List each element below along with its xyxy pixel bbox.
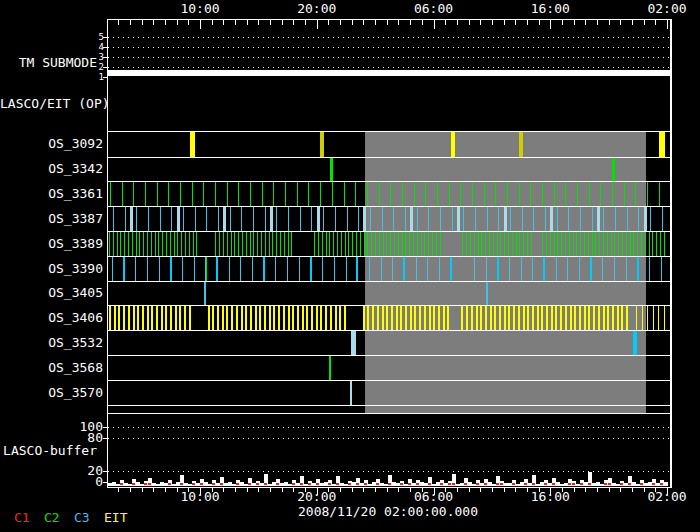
buffer-red-dot <box>192 483 195 485</box>
row-boundary <box>107 281 672 282</box>
event-mark-os-3389 <box>329 232 330 256</box>
time-tick-top <box>118 20 119 25</box>
event-mark-os-3406 <box>499 306 501 330</box>
buffer-red-dot <box>448 483 451 485</box>
buffer-red-dot <box>568 483 571 485</box>
legend-item-eit: EIT <box>104 511 127 525</box>
event-mark-os-3361 <box>157 182 158 206</box>
event-mark-os-3389 <box>196 232 197 256</box>
event-mark-os-3406 <box>438 306 440 330</box>
event-mark-os-3361 <box>390 182 391 206</box>
event-mark-os-3361 <box>402 182 403 206</box>
time-tick-top <box>562 20 563 25</box>
event-mark-os-3361 <box>624 182 625 206</box>
event-mark-os-3406 <box>621 306 623 330</box>
event-mark-os-3387 <box>568 207 569 231</box>
event-mark-os-3406 <box>391 306 393 330</box>
event-mark-os-3406 <box>419 306 421 330</box>
event-mark-os-3389 <box>580 232 581 256</box>
event-mark-os-3406 <box>532 306 534 330</box>
event-mark-os-3361 <box>425 182 426 206</box>
event-mark-os-3387 <box>253 207 254 231</box>
buffer-red-dot <box>484 483 487 485</box>
event-mark-os-3390 <box>614 257 615 281</box>
event-mark-os-3390 <box>556 257 557 281</box>
event-mark-os-3387 <box>183 207 184 231</box>
submode-ytick <box>103 37 108 38</box>
event-mark-os-3389 <box>599 232 600 256</box>
event-mark-os-3390 <box>299 257 300 281</box>
event-mark-os-3390 <box>649 257 650 281</box>
buffer-red-dot <box>200 483 203 485</box>
timeline-chart: 10:0010:0020:0020:0006:0006:0016:0016:00… <box>0 0 700 532</box>
event-mark-os-3406 <box>184 306 186 330</box>
event-mark-os-3406 <box>245 306 247 330</box>
plot-frame-right <box>670 19 672 488</box>
event-mark-os-3361 <box>215 182 216 206</box>
event-mark-os-3406 <box>400 306 402 330</box>
event-mark-os-3406 <box>537 306 539 330</box>
submode-gridline <box>108 57 670 58</box>
time-tick-top <box>363 20 364 25</box>
event-mark-os-3389 <box>542 232 543 256</box>
event-mark-os-3389 <box>664 232 665 256</box>
event-mark-os-3361 <box>659 182 660 206</box>
event-mark-os-3406 <box>480 306 482 330</box>
time-tick-top <box>200 20 201 29</box>
event-mark-os-3406 <box>433 306 435 330</box>
event-mark-os-3389 <box>151 232 152 256</box>
time-tick-top <box>142 20 143 25</box>
event-mark-os-3389 <box>584 232 585 256</box>
event-mark-os-3092 <box>451 132 455 157</box>
buffer-gridline <box>108 438 670 439</box>
buffer-ytick <box>103 471 108 472</box>
time-tick-top <box>597 20 598 25</box>
time-label-top: 20:00 <box>287 2 347 16</box>
event-mark-os-3361 <box>180 182 181 206</box>
event-mark-os-3389 <box>253 232 254 256</box>
event-mark-os-3406 <box>133 306 135 330</box>
buffer-red-dot <box>604 483 607 485</box>
event-mark-os-3389 <box>645 232 646 256</box>
event-mark-os-3361 <box>542 182 543 206</box>
buffer-red-dot <box>552 483 555 485</box>
event-mark-os-3389 <box>383 232 384 256</box>
event-mark-os-3389 <box>576 232 577 256</box>
event-mark-os-3389 <box>573 232 574 256</box>
buffer-ytick <box>103 438 108 439</box>
event-mark-os-3390 <box>275 257 276 281</box>
row-boundary <box>107 405 672 406</box>
event-mark-os-3389 <box>276 232 277 256</box>
event-mark-os-3387 <box>393 207 394 231</box>
plot-frame-left <box>107 19 108 487</box>
event-mark-os-3361 <box>133 182 134 206</box>
event-mark-os-3406 <box>603 306 605 330</box>
event-mark-os-3387 <box>270 207 273 231</box>
time-tick-top <box>258 20 259 25</box>
event-mark-os-3389 <box>614 232 615 256</box>
event-mark-os-3390 <box>416 257 417 281</box>
event-mark-os-3361 <box>554 182 555 206</box>
event-mark-os-3406 <box>137 306 139 330</box>
event-mark-os-3406 <box>518 306 520 330</box>
time-tick-top <box>410 20 411 25</box>
event-mark-os-3387 <box>638 207 639 231</box>
event-mark-os-3342 <box>330 158 333 181</box>
buffer-red-dot <box>220 483 223 485</box>
time-tick-top <box>655 20 656 25</box>
event-mark-os-3406 <box>560 306 562 330</box>
time-tick-top <box>550 20 551 29</box>
event-mark-os-3361 <box>414 182 415 206</box>
event-mark-os-3361 <box>460 182 461 206</box>
event-mark-os-3387 <box>223 207 226 231</box>
event-mark-os-3387 <box>358 207 359 231</box>
event-mark-os-3406 <box>555 306 557 330</box>
time-tick-top <box>188 20 189 25</box>
event-mark-os-3092 <box>320 132 324 157</box>
event-mark-os-3387 <box>428 207 429 231</box>
buffer-signal-bar <box>664 482 668 486</box>
event-mark-os-3406 <box>647 306 648 330</box>
event-mark-os-3389 <box>546 232 547 256</box>
time-tick-top <box>352 20 353 25</box>
buffer-red-dot <box>388 483 391 485</box>
